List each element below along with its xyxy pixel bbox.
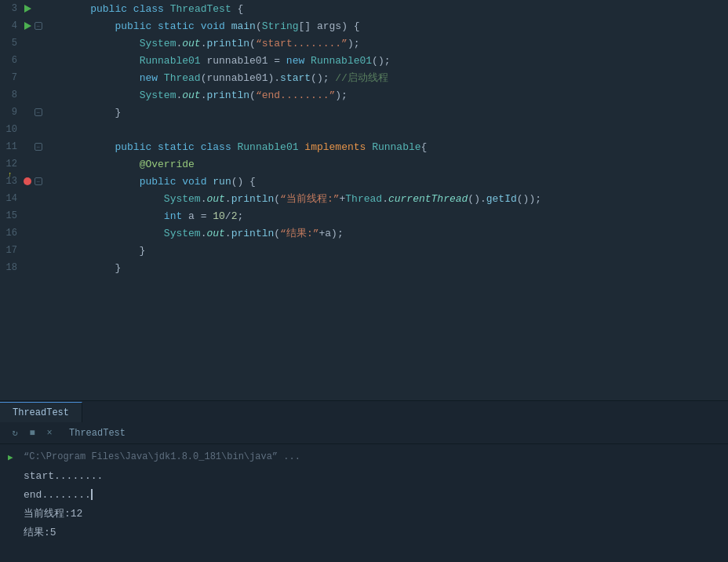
token-mt: println [231, 193, 275, 205]
gutter-row: 14 [0, 190, 63, 207]
fold-icon[interactable]: − [33, 177, 44, 185]
gutter-row: 8 [0, 86, 63, 104]
token-kw: public [115, 20, 151, 32]
token-cn: System [164, 193, 201, 205]
token-st: “end........” [256, 89, 335, 101]
token-plain [66, 193, 164, 205]
code-line: @Override [63, 155, 728, 173]
code-line: System.out.println(“start........”); [63, 35, 728, 52]
run-icon[interactable] [22, 5, 33, 13]
code-line: } [63, 242, 728, 259]
fold-icon[interactable]: − [33, 22, 44, 30]
console-line: 结果:5 [8, 523, 720, 542]
token-kw: new [286, 55, 304, 67]
token-plain [66, 3, 90, 15]
gutter-row: 15 [0, 207, 63, 224]
token-plain: ( [249, 38, 256, 49]
token-plain [66, 55, 140, 67]
token-kw: int [164, 210, 182, 222]
console-content: ▶“C:\Program Files\Java\jdk1.8.0_181\bin… [0, 444, 728, 562]
console-title: ThreadTest [69, 428, 126, 439]
token-plain: . [201, 89, 207, 101]
token-cn: System [140, 38, 177, 49]
token-it: currentThread [388, 193, 468, 205]
rerun-button[interactable]: ↻ [8, 426, 22, 440]
token-plain [195, 20, 201, 32]
token-plain: runnable01 = [201, 55, 286, 67]
token-plain [225, 20, 231, 32]
token-plain: . [225, 193, 231, 205]
token-cm: //启动线程 [335, 71, 388, 85]
console-line-text: end........ [24, 489, 91, 501]
token-it: out [182, 38, 200, 49]
token-kw: class [133, 3, 164, 15]
close-console-button[interactable]: × [42, 426, 56, 440]
gutter-row: 7 [0, 69, 63, 86]
token-it: out [206, 193, 224, 205]
breakpoint-indicator[interactable]: ↑ [22, 177, 33, 185]
token-plain: ; [237, 210, 243, 222]
token-plain [304, 55, 311, 67]
token-kw: public [90, 3, 127, 15]
token-cn: Runnable01 [140, 55, 201, 67]
line-number: 7 [0, 72, 22, 83]
console-header: ↻ ■ × ThreadTest [0, 422, 728, 444]
line-number: 3 [0, 3, 22, 14]
console-line-text: “C:\Program Files\Java\jdk1.8.0_181\bin\… [24, 451, 300, 462]
token-mt: getId [486, 193, 517, 205]
token-plain: ( [274, 193, 280, 205]
gutter-row: 17 [0, 242, 63, 259]
token-plain [366, 141, 372, 153]
token-plain: . [201, 38, 207, 49]
token-plain [195, 141, 201, 153]
token-plain [299, 141, 305, 153]
green-arrow-icon: ▶ [8, 452, 13, 462]
console-line-icon: ▶ [8, 452, 24, 462]
token-plain: ( [256, 20, 262, 32]
token-plain: . [225, 228, 231, 239]
token-plain: . [176, 38, 182, 49]
token-cn: Thread [164, 72, 201, 84]
code-line: public static void main(String[] args) { [63, 17, 728, 35]
gutter-row: 11− [0, 138, 63, 155]
console-line: start........ [8, 466, 720, 485]
line-number: 10 [0, 124, 22, 135]
token-mt: main [231, 20, 256, 32]
fold-icon[interactable]: − [33, 108, 44, 116]
fold-icon[interactable]: − [33, 143, 44, 151]
code-line: } [63, 259, 728, 276]
line-number: 15 [0, 210, 22, 221]
token-num: 10 [213, 210, 225, 222]
stop-button[interactable]: ■ [25, 426, 39, 440]
code-lines[interactable]: public class ThreadTest { public static … [63, 0, 728, 400]
token-plain: [] args) { [299, 20, 360, 32]
token-kw: public [115, 141, 151, 153]
gutter-row: 6 [0, 52, 63, 69]
editor-tab[interactable]: ThreadTest [0, 402, 82, 422]
token-plain [206, 176, 213, 188]
token-st: “当前线程:” [280, 192, 339, 206]
line-number: 18 [0, 262, 22, 273]
tab-bar: ThreadTest [0, 400, 728, 422]
console-line: ▶“C:\Program Files\Java\jdk1.8.0_181\bin… [8, 447, 720, 466]
line-number: 5 [0, 38, 22, 49]
token-kw-orange: implements [304, 141, 366, 153]
line-number: 8 [0, 89, 22, 100]
line-number: 12 [0, 159, 22, 170]
console-line-text: 结果:5 [24, 525, 56, 539]
gutter-row: 12 [0, 155, 63, 173]
token-plain: ); [348, 38, 360, 49]
line-number: 16 [0, 228, 22, 239]
text-cursor [91, 489, 93, 500]
token-it: out [182, 89, 200, 101]
token-plain [66, 72, 140, 84]
code-line: public class ThreadTest { [63, 0, 728, 17]
code-line: System.out.println(“end........”); [63, 86, 728, 104]
token-plain: . [176, 89, 182, 101]
run-icon[interactable] [22, 22, 33, 30]
token-kw: class [201, 141, 231, 153]
token-mt: run [213, 176, 231, 188]
token-plain [66, 141, 115, 153]
code-line: int a = 10/2; [63, 207, 728, 224]
token-kw: public [140, 176, 177, 188]
